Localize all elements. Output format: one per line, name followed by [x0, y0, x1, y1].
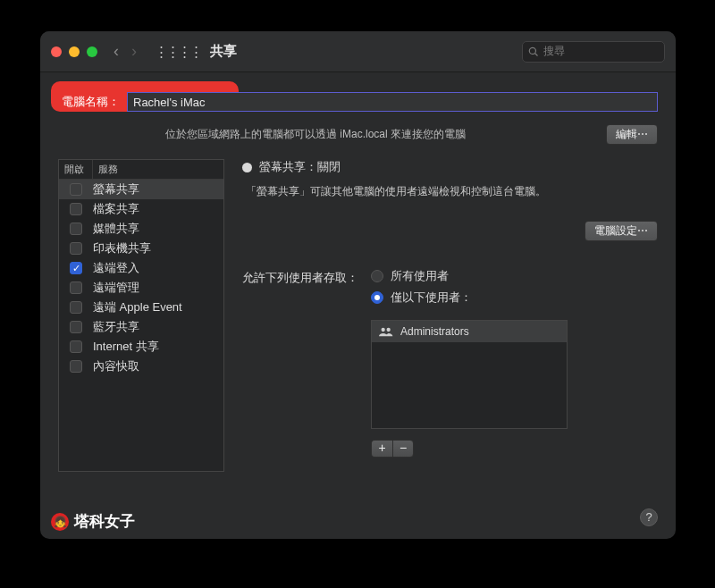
main-row: 開啟 服務 螢幕共享檔案共享媒體共享印表機共享✓遠端登入遠端管理遠端 Apple…	[58, 159, 658, 472]
service-checkbox[interactable]	[70, 242, 82, 255]
service-label: 藍牙共享	[93, 319, 139, 335]
description-text: 「螢幕共享」可讓其他電腦的使用者遠端檢視和控制這台電腦。	[246, 184, 658, 199]
search-input[interactable]: 搜尋	[522, 41, 665, 63]
nav-buttons: ‹ ›	[114, 42, 137, 61]
svg-point-0	[382, 328, 385, 332]
users-icon	[379, 326, 393, 337]
watermark-icon: 👧	[51, 513, 69, 531]
access-row: 允許下列使用者存取： 所有使用者 僅以下使用者：	[242, 268, 658, 458]
service-row[interactable]: Internet 共享	[59, 337, 223, 357]
service-checkbox[interactable]	[70, 301, 82, 314]
minimize-icon[interactable]	[69, 46, 80, 57]
svg-point-1	[387, 328, 391, 332]
computer-name-input[interactable]	[127, 92, 658, 112]
option-only-label: 僅以下使用者：	[391, 290, 472, 306]
header-service: 服務	[93, 160, 223, 179]
service-label: 遠端管理	[93, 280, 139, 296]
service-checkbox[interactable]	[70, 281, 82, 294]
computer-name-row: 電腦名稱：	[58, 88, 658, 115]
computer-name-subtext: 位於您區域網路上的電腦都可以透過 iMac.local 來連接您的電腦	[165, 127, 466, 142]
show-all-icon[interactable]: ⋮⋮⋮⋮	[155, 44, 201, 60]
user-list: Administrators	[371, 320, 568, 429]
service-row[interactable]: 遠端管理	[59, 278, 223, 298]
service-label: 遠端登入	[93, 260, 139, 276]
service-checkbox[interactable]	[70, 360, 82, 373]
service-label: 媒體共享	[93, 221, 139, 237]
subtext-row: 位於您區域網路上的電腦都可以透過 iMac.local 來連接您的電腦 編輯⋯	[58, 124, 658, 145]
service-row[interactable]: 內容快取	[59, 357, 223, 376]
radio-icon	[371, 270, 383, 282]
help-button[interactable]: ?	[640, 508, 658, 526]
sharing-prefs-window: ‹ › ⋮⋮⋮⋮ 共享 搜尋 電腦名稱： 位於您區域網路上的電腦都可以透過 iM…	[40, 31, 676, 539]
service-checkbox[interactable]	[70, 183, 82, 196]
user-row[interactable]: Administrators	[372, 321, 567, 342]
access-options: 所有使用者 僅以下使用者： Administrators	[371, 268, 568, 458]
titlebar: ‹ › ⋮⋮⋮⋮ 共享 搜尋	[40, 31, 676, 72]
zoom-icon[interactable]	[87, 46, 97, 57]
option-all-users[interactable]: 所有使用者	[371, 268, 568, 284]
search-placeholder: 搜尋	[543, 44, 565, 59]
option-all-label: 所有使用者	[391, 268, 449, 284]
computer-settings-button[interactable]: 電腦設定⋯	[585, 221, 658, 241]
service-label: 印表機共享	[93, 240, 151, 256]
service-checkbox[interactable]: ✓	[70, 262, 82, 274]
service-label: 內容快取	[93, 358, 139, 374]
service-label: Internet 共享	[93, 339, 159, 355]
service-row[interactable]: 印表機共享	[59, 239, 223, 258]
remove-user-button[interactable]: −	[392, 440, 414, 458]
content-area: 電腦名稱： 位於您區域網路上的電腦都可以透過 iMac.local 來連接您的電…	[40, 72, 676, 539]
watermark: 👧 塔科女子	[51, 511, 135, 532]
window-title: 共享	[210, 43, 237, 60]
radio-icon	[371, 291, 383, 304]
header-on: 開啟	[59, 160, 93, 179]
status-indicator-icon	[242, 163, 252, 172]
services-header: 開啟 服務	[59, 160, 223, 180]
traffic-lights	[51, 46, 97, 57]
computer-name-label: 電腦名稱：	[58, 94, 120, 110]
service-row[interactable]: 檔案共享	[59, 199, 223, 219]
option-only-users[interactable]: 僅以下使用者：	[371, 290, 568, 306]
service-row[interactable]: 媒體共享	[59, 219, 223, 239]
add-user-button[interactable]: +	[371, 440, 392, 458]
services-list: 開啟 服務 螢幕共享檔案共享媒體共享印表機共享✓遠端登入遠端管理遠端 Apple…	[58, 159, 224, 472]
service-checkbox[interactable]	[70, 340, 82, 353]
service-checkbox[interactable]	[70, 203, 82, 215]
user-name: Administrators	[400, 325, 469, 338]
service-label: 螢幕共享	[93, 181, 139, 197]
edit-button[interactable]: 編輯⋯	[606, 124, 658, 145]
status-row: 螢幕共享：關閉	[242, 159, 658, 175]
status-text: 螢幕共享：關閉	[259, 159, 341, 175]
service-row[interactable]: 藍牙共享	[59, 317, 223, 337]
close-icon[interactable]	[51, 46, 62, 57]
service-row[interactable]: 螢幕共享	[59, 180, 223, 199]
service-label: 遠端 Apple Event	[93, 299, 182, 315]
add-remove-buttons: + −	[371, 440, 568, 458]
search-icon	[528, 46, 539, 57]
back-button[interactable]: ‹	[114, 42, 119, 61]
service-checkbox[interactable]	[70, 223, 82, 235]
service-row[interactable]: ✓遠端登入	[59, 258, 223, 278]
service-row[interactable]: 遠端 Apple Event	[59, 298, 223, 317]
watermark-text: 塔科女子	[74, 511, 135, 532]
detail-pane: 螢幕共享：關閉 「螢幕共享」可讓其他電腦的使用者遠端檢視和控制這台電腦。 電腦設…	[242, 159, 658, 472]
service-checkbox[interactable]	[70, 321, 82, 333]
access-label: 允許下列使用者存取：	[242, 268, 358, 458]
forward-button[interactable]: ›	[131, 42, 137, 61]
service-label: 檔案共享	[93, 201, 139, 217]
